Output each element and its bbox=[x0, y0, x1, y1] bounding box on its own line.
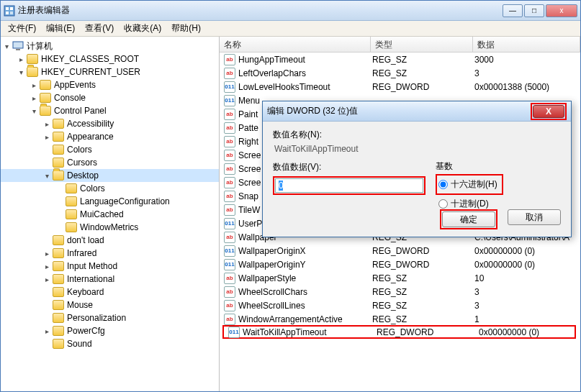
tree-item-label: Mouse bbox=[67, 300, 93, 310]
value-type-icon: ab bbox=[224, 122, 235, 134]
tree-item[interactable]: ▸Appearance bbox=[1, 130, 219, 143]
list-item[interactable]: abWheelScrollCharsREG_SZ3 bbox=[220, 285, 580, 298]
expand-icon[interactable]: ▸ bbox=[42, 249, 51, 257]
expand-icon[interactable] bbox=[42, 158, 51, 167]
expand-icon[interactable] bbox=[42, 145, 51, 154]
folder-icon bbox=[53, 274, 64, 284]
tree-item[interactable]: ▸Console bbox=[1, 91, 219, 104]
list-item[interactable]: abWindowArrangementActiveREG_SZ1 bbox=[220, 312, 580, 326]
expand-icon[interactable]: ▾ bbox=[17, 68, 25, 76]
tree-item[interactable]: Colors bbox=[1, 143, 219, 156]
value-type-icon: ab bbox=[224, 163, 235, 175]
tree-item-label: Colors bbox=[80, 183, 105, 193]
tree-item[interactable]: ▾HKEY_CURRENT_USER bbox=[1, 65, 219, 78]
expand-icon[interactable] bbox=[42, 288, 51, 296]
list-item[interactable]: abLeftOverlapCharsREG_SZ3 bbox=[220, 66, 580, 80]
tree-item-label: International bbox=[67, 274, 114, 284]
expand-icon[interactable]: ▸ bbox=[30, 81, 38, 89]
expand-icon[interactable] bbox=[42, 236, 51, 245]
expand-icon[interactable]: ▸ bbox=[42, 262, 51, 270]
dialog-title: 编辑 DWORD (32 位)值 bbox=[267, 105, 531, 117]
tree-item[interactable]: ▸Infrared bbox=[1, 247, 219, 260]
folder-icon bbox=[53, 132, 64, 142]
hex-highlight: 十六进制(H) bbox=[436, 174, 503, 195]
tree-item[interactable]: LanguageConfiguration bbox=[1, 195, 219, 208]
radio-dec-input[interactable] bbox=[438, 199, 448, 209]
tree-item[interactable]: MuiCached bbox=[1, 208, 219, 221]
col-type[interactable]: 类型 bbox=[371, 37, 473, 52]
expand-icon[interactable]: ▾ bbox=[30, 106, 38, 115]
expand-icon[interactable]: ▸ bbox=[42, 132, 51, 141]
svg-rect-4 bbox=[10, 12, 13, 14]
menu-favorites[interactable]: 收藏夹(A) bbox=[120, 21, 166, 36]
list-header[interactable]: 名称 类型 数据 bbox=[220, 37, 580, 53]
titlebar[interactable]: 注册表编辑器 — □ x bbox=[1, 1, 580, 21]
tree-item-label: MuiCached bbox=[80, 209, 124, 219]
maximize-button[interactable]: □ bbox=[524, 4, 544, 17]
list-item[interactable]: 011WaitToKillAppTimeoutREG_DWORD0x000000… bbox=[222, 325, 576, 339]
tree-item[interactable]: ▸Input Method bbox=[1, 260, 219, 273]
tree-item[interactable]: WindowMetrics bbox=[1, 221, 219, 234]
tree-item[interactable]: don't load bbox=[1, 234, 219, 247]
expand-icon[interactable] bbox=[55, 197, 64, 206]
tree-item[interactable]: ▾Control Panel bbox=[1, 104, 219, 117]
list-item[interactable]: abWheelScrollLinesREG_SZ3 bbox=[220, 298, 580, 312]
expand-icon[interactable] bbox=[55, 184, 64, 193]
minimize-button[interactable]: — bbox=[503, 4, 523, 17]
col-name[interactable]: 名称 bbox=[220, 37, 371, 52]
menu-edit[interactable]: 编辑(E) bbox=[42, 21, 79, 36]
dialog-titlebar[interactable]: 编辑 DWORD (32 位)值 X bbox=[263, 101, 571, 122]
window-title: 注册表编辑器 bbox=[18, 4, 503, 17]
dialog-close-highlight: X bbox=[531, 103, 567, 120]
tree-item[interactable]: ▸HKEY_CLASSES_ROOT bbox=[1, 53, 219, 65]
expand-icon[interactable]: ▸ bbox=[42, 275, 51, 283]
value-name: LowLevelHooksTimeout bbox=[238, 82, 372, 92]
tree-pane[interactable]: ▾计算机▸HKEY_CLASSES_ROOT▾HKEY_CURRENT_USER… bbox=[1, 37, 220, 391]
expand-icon[interactable]: ▸ bbox=[30, 94, 38, 102]
close-button[interactable]: x bbox=[546, 4, 577, 17]
expand-icon[interactable] bbox=[55, 210, 64, 219]
expand-icon[interactable] bbox=[55, 223, 64, 232]
tree-item[interactable]: Keyboard bbox=[1, 286, 219, 298]
radio-hex[interactable]: 十六进制(H) bbox=[438, 178, 497, 191]
ok-highlight: 确定 bbox=[440, 209, 497, 229]
tree-item[interactable]: ▾Desktop bbox=[1, 169, 219, 182]
tree-item[interactable]: Mouse bbox=[1, 298, 219, 311]
expand-icon[interactable]: ▸ bbox=[42, 327, 51, 335]
expand-icon[interactable]: ▸ bbox=[17, 55, 25, 63]
list-item[interactable]: 011WallpaperOriginYREG_DWORD0x00000000 (… bbox=[220, 257, 580, 271]
tree-item[interactable]: ▸PowerCfg bbox=[1, 324, 219, 337]
list-item[interactable]: abHungAppTimeoutREG_SZ3000 bbox=[220, 53, 580, 66]
tree-item-label: HKEY_CURRENT_USER bbox=[41, 67, 140, 77]
value-type-icon: ab bbox=[224, 136, 235, 147]
value-data: 0x00000000 (0) bbox=[474, 260, 580, 270]
ok-button[interactable]: 确定 bbox=[442, 211, 495, 227]
value-data: 1 bbox=[474, 314, 580, 324]
dialog-close-button[interactable]: X bbox=[533, 105, 564, 118]
tree-item[interactable]: ▸Accessibility bbox=[1, 117, 219, 130]
radio-dec[interactable]: 十进制(D) bbox=[436, 198, 503, 210]
list-item[interactable]: 011LowLevelHooksTimeoutREG_DWORD0x000013… bbox=[220, 80, 580, 94]
radio-hex-input[interactable] bbox=[438, 180, 448, 189]
value-type-icon: ab bbox=[224, 314, 235, 325]
tree-item[interactable]: ▸AppEvents bbox=[1, 78, 219, 91]
menu-file[interactable]: 文件(F) bbox=[4, 21, 40, 36]
expand-icon[interactable] bbox=[42, 314, 51, 322]
col-data[interactable]: 数据 bbox=[473, 37, 580, 52]
value-data-input[interactable]: 0 bbox=[275, 178, 423, 193]
list-item[interactable]: 011WallpaperOriginXREG_DWORD0x00000000 (… bbox=[220, 244, 580, 257]
expand-icon[interactable]: ▾ bbox=[42, 171, 51, 180]
tree-item[interactable]: Colors bbox=[1, 182, 219, 195]
tree-item[interactable]: ▸International bbox=[1, 273, 219, 286]
menu-view[interactable]: 查看(V) bbox=[81, 21, 118, 36]
expand-icon[interactable] bbox=[42, 301, 51, 309]
list-item[interactable]: abWallpaperStyleREG_SZ10 bbox=[220, 271, 580, 285]
tree-item[interactable]: Sound bbox=[1, 337, 219, 350]
cancel-button[interactable]: 取消 bbox=[508, 209, 561, 225]
expand-icon[interactable]: ▸ bbox=[42, 119, 51, 128]
tree-item[interactable]: Cursors bbox=[1, 156, 219, 169]
tree-root[interactable]: ▾计算机 bbox=[1, 40, 219, 53]
tree-item[interactable]: Personalization bbox=[1, 311, 219, 324]
menu-help[interactable]: 帮助(H) bbox=[167, 21, 205, 36]
expand-icon[interactable] bbox=[42, 339, 51, 348]
